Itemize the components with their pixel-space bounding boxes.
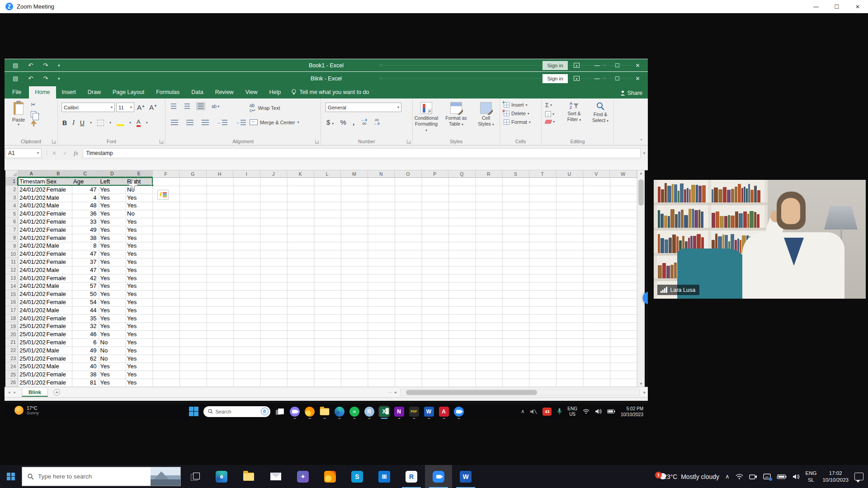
cell[interactable]: Female: [45, 314, 72, 323]
increase-indent-button[interactable]: →: [234, 118, 248, 127]
cell[interactable]: 25/01/202: [18, 347, 45, 355]
cell[interactable]: Yes: [126, 330, 153, 338]
camera-icon[interactable]: [749, 474, 757, 480]
row-header-11[interactable]: 11: [5, 258, 18, 266]
tab-home[interactable]: Home: [29, 86, 56, 99]
scroll-right-icon[interactable]: ►: [642, 390, 648, 394]
row-header-20[interactable]: 20: [5, 330, 18, 338]
onenote-icon[interactable]: N: [394, 406, 405, 417]
cell[interactable]: 24/01/202: [18, 306, 45, 314]
bing-icon[interactable]: b: [261, 408, 269, 415]
scroll-up-icon[interactable]: ▲: [637, 171, 645, 175]
cell[interactable]: 25/01/202: [18, 355, 45, 363]
clear-button[interactable]: ▾: [545, 120, 555, 124]
cell[interactable]: 24/01/202: [18, 218, 45, 226]
cell[interactable]: Yes: [99, 322, 126, 330]
row-header-15[interactable]: 15: [5, 290, 18, 298]
undo-icon[interactable]: ↶: [28, 62, 33, 69]
cell[interactable]: Yes: [126, 242, 153, 250]
cell[interactable]: 54: [72, 298, 99, 306]
column-header-Q[interactable]: Q: [448, 170, 476, 178]
cell[interactable]: 46: [72, 330, 99, 338]
excel-back-window-titlebar[interactable]: ▤ ↶ ↷ ▾ Book1 - Excel Sign in ▴ — ☐ ✕: [5, 59, 648, 71]
dialog-launcher-icon[interactable]: [407, 140, 411, 144]
battery-icon[interactable]: [607, 409, 615, 414]
cell[interactable]: 36: [72, 210, 99, 218]
dialog-launcher-icon[interactable]: [315, 140, 319, 144]
cell[interactable]: Female: [45, 290, 72, 298]
horizontal-scrollbar[interactable]: [400, 389, 640, 396]
expand-formula-bar-icon[interactable]: ▾: [641, 151, 648, 155]
taskbar-weather-widget[interactable]: 17°C Sunny: [14, 405, 39, 416]
cell[interactable]: Yes: [126, 250, 153, 258]
muted-speaker-icon[interactable]: [530, 408, 537, 415]
cell[interactable]: Male: [45, 194, 72, 202]
cell[interactable]: Female: [45, 218, 72, 226]
taskbar-search-box[interactable]: Type here to search: [22, 467, 181, 486]
cell[interactable]: Female: [45, 379, 72, 387]
cell[interactable]: 38: [72, 371, 99, 379]
row-header-4[interactable]: 4: [5, 202, 18, 210]
word-icon[interactable]: W: [424, 406, 434, 417]
cell[interactable]: Female: [45, 274, 72, 282]
column-header-R[interactable]: R: [476, 170, 503, 178]
row-header-14[interactable]: 14: [5, 282, 18, 290]
orientation-button[interactable]: ab▾: [210, 103, 221, 110]
tab-file[interactable]: File: [5, 86, 29, 99]
cell[interactable]: Female: [45, 250, 72, 258]
font-color-button[interactable]: A: [137, 118, 141, 127]
acrobat-icon[interactable]: A: [439, 406, 449, 417]
insert-function-icon[interactable]: fx: [74, 150, 78, 157]
cell[interactable]: Female: [45, 330, 72, 338]
format-painter-button[interactable]: [31, 121, 39, 127]
cell[interactable]: 24/01/202: [18, 290, 45, 298]
sign-in-button-back[interactable]: Sign in: [542, 61, 568, 70]
cell[interactable]: Yes: [99, 371, 126, 379]
cell[interactable]: Yes: [99, 186, 126, 194]
tab-view[interactable]: View: [240, 86, 264, 99]
font-size-select[interactable]: 11▾: [116, 103, 134, 112]
column-header-H[interactable]: H: [207, 170, 234, 178]
fill-button[interactable]: ↓▾: [545, 111, 555, 117]
undo-icon[interactable]: ↶: [28, 75, 33, 82]
grow-font-button[interactable]: A▲: [136, 103, 146, 111]
paste-button[interactable]: Paste ▾: [8, 102, 29, 136]
cell[interactable]: No: [126, 210, 153, 218]
maximize-button[interactable]: ☐: [607, 72, 627, 85]
tab-help[interactable]: Help: [264, 86, 287, 99]
cell[interactable]: Yes: [126, 226, 153, 234]
minimize-button[interactable]: —: [806, 0, 826, 14]
language-indicator[interactable]: ENGUS: [567, 406, 577, 417]
cast-icon[interactable]: [763, 474, 771, 480]
cell[interactable]: Female: [45, 355, 72, 363]
cell[interactable]: 8: [72, 242, 99, 250]
cell[interactable]: Female: [45, 371, 72, 379]
dialog-launcher-icon[interactable]: [52, 140, 56, 144]
scroll-left-icon[interactable]: ◄: [392, 390, 398, 394]
row-header-1[interactable]: 1: [5, 178, 18, 186]
cell[interactable]: 47: [72, 266, 99, 274]
cell[interactable]: Male: [45, 282, 72, 290]
cell[interactable]: Yes: [99, 379, 126, 387]
sheet-nav-icons[interactable]: ◂▸: [8, 390, 19, 394]
underline-button[interactable]: U: [80, 119, 85, 127]
cell[interactable]: Yes: [126, 274, 153, 282]
sort-filter-button[interactable]: AZ Sort &Filter ▾: [562, 102, 586, 122]
font-name-select[interactable]: Calibri▾: [61, 103, 115, 112]
cell[interactable]: 37: [72, 258, 99, 266]
column-header-S[interactable]: S: [502, 170, 529, 178]
cell[interactable]: Yes: [126, 218, 153, 226]
cell[interactable]: Yes: [126, 282, 153, 290]
enter-icon[interactable]: ✓: [63, 150, 67, 156]
formula-bar-splitter[interactable]: ⋮: [44, 150, 49, 156]
cell[interactable]: Yes: [99, 250, 126, 258]
cell[interactable]: 24/01/202: [18, 242, 45, 250]
cell[interactable]: Yes: [126, 258, 153, 266]
cell[interactable]: 35: [72, 314, 99, 323]
row-header-6[interactable]: 6: [5, 218, 18, 226]
edge-icon[interactable]: [334, 406, 345, 417]
ribbon-display-options-icon[interactable]: ▴: [566, 72, 587, 85]
word-icon[interactable]: W: [452, 465, 479, 488]
cell[interactable]: Yes: [99, 362, 126, 371]
redo-icon[interactable]: ↷: [43, 62, 48, 69]
